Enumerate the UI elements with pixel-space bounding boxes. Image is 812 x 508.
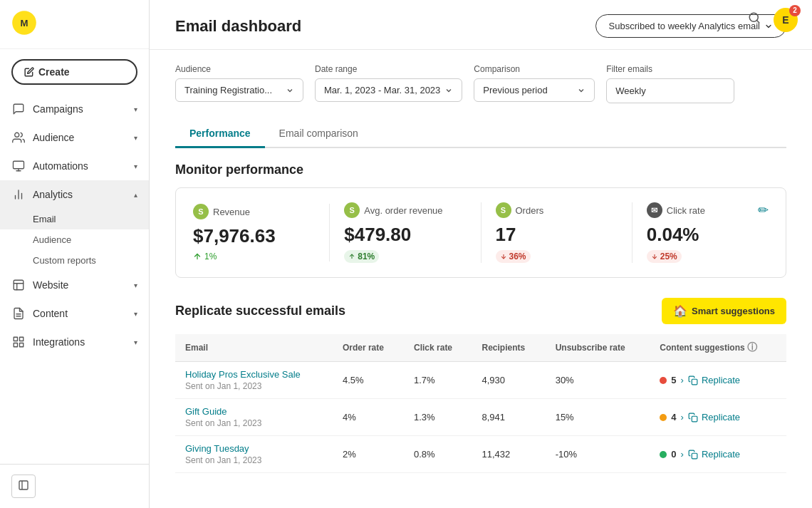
metric-orders: S Orders 17 36% [482,202,633,263]
comparison-select[interactable]: Previous period [474,78,595,102]
integrations-chevron: ▾ [134,338,137,346]
email-link-1[interactable]: Gift Guide [185,406,323,417]
recipients-1: 8,941 [472,399,545,436]
suggestions-info-icon[interactable]: ⓘ [747,341,757,353]
shopify-icon-avg: S [344,202,360,218]
suggestions-cell-0: 5 › Replicate [660,375,776,385]
replicate-btn-1[interactable]: Replicate [688,412,740,423]
metrics-card: S Revenue $7,976.63 1% S Avg. order reve… [175,187,786,278]
sidebar-item-campaigns[interactable]: Campaigns ▾ [0,95,149,123]
avg-order-value: $479.80 [344,224,466,246]
suggestion-count-1: 4 [671,412,676,423]
sidebar-item-audience[interactable]: Audience ▾ [0,123,149,152]
email-link-0[interactable]: Holiday Pros Exclusive Sale [185,369,323,380]
nav-section: Campaigns ▾ Audience ▾ Automations ▾ [0,95,149,464]
sidebar-item-content[interactable]: Content ▾ [0,299,149,328]
click-rate-1: 1.3% [404,399,472,436]
svg-text:M: M [21,18,28,28]
replicate-icon-0 [688,375,698,385]
replicate-btn-2[interactable]: Replicate [688,449,740,460]
smart-icon: 🏠 [673,304,687,318]
suggestions-cell-1: 4 › Replicate [660,412,776,423]
edit-metrics-button[interactable]: ✏ [758,202,769,218]
sidebar-item-analytics[interactable]: Analytics ▴ [0,180,149,209]
monitor-section-title: Monitor performance [175,162,786,177]
svg-rect-11 [14,280,24,290]
date-label: Date range [315,64,462,74]
metric-click-rate: ✉ Click rate 0.04% 25% ✏ [633,202,769,263]
tab-performance[interactable]: Performance [175,120,265,148]
svg-rect-5 [14,161,24,169]
svg-rect-24 [692,379,697,385]
email-link-2[interactable]: Giving Tuesday [185,443,323,454]
suggestion-dot-0 [660,377,667,384]
table-row: Gift Guide Sent on Jan 1, 2023 4% 1.3% 8… [175,399,786,436]
comparison-label: Comparison [474,64,595,74]
tabs-bar: Performance Email comparison [175,120,786,148]
audience-icon [11,130,26,145]
campaigns-chevron: ▾ [134,105,137,113]
tab-email-comparison[interactable]: Email comparison [265,120,373,148]
replicate-icon-2 [688,450,698,460]
svg-rect-26 [692,453,697,459]
sidebar-item-audience-sub[interactable]: Audience [0,229,149,250]
recipients-0: 4,930 [472,362,545,399]
audience-select[interactable]: Training Registratio... [175,78,303,102]
order-rate-1: 4% [333,399,404,436]
revenue-change: 1% [193,252,315,261]
up-arrow-icon-2 [348,253,355,260]
notification-badge: 2 [789,5,801,16]
sidebar-item-integrations[interactable]: Integrations ▾ [0,328,149,356]
avg-order-change: 81% [344,250,466,263]
col-order-rate: Order rate [333,334,404,362]
shopify-icon-orders: S [496,202,511,218]
sidebar-item-custom-reports[interactable]: Custom reports [0,250,149,271]
col-email: Email [175,334,333,362]
order-rate-0: 4.5% [333,362,404,399]
suggestion-arrow-1[interactable]: › [681,412,684,423]
col-suggestions: Content suggestions ⓘ [650,334,786,362]
suggestion-arrow-0[interactable]: › [681,375,684,385]
smart-suggestions-button[interactable]: 🏠 Smart suggestions [662,298,786,324]
main-content: Email dashboard Subscribed to weekly Ana… [150,0,812,508]
automations-icon [11,159,26,173]
main-body: Audience Training Registratio... Date ra… [150,50,812,487]
date-select[interactable]: Mar. 1, 2023 - Mar. 31, 2023 [315,78,462,102]
shopify-icon-revenue: S [193,204,209,219]
order-rate-2: 2% [333,436,404,473]
mailchimp-logo: M [11,10,37,36]
website-icon [11,278,26,292]
up-arrow-icon [193,252,202,261]
sidebar-item-website[interactable]: Website ▾ [0,271,149,299]
website-chevron: ▾ [134,281,137,289]
sidebar-item-automations[interactable]: Automations ▾ [0,152,149,180]
svg-rect-18 [19,481,28,489]
table-row: Holiday Pros Exclusive Sale Sent on Jan … [175,362,786,399]
create-button[interactable]: Create [11,59,137,85]
metric-revenue: S Revenue $7,976.63 1% [193,204,330,261]
down-arrow-icon-2 [651,253,658,260]
content-chevron: ▾ [134,310,137,318]
avatar[interactable]: E 2 [774,8,798,32]
suggestion-count-0: 5 [671,375,676,385]
orders-change: 36% [496,250,618,263]
search-button[interactable] [744,7,765,32]
replicate-btn-0[interactable]: Replicate [688,375,740,385]
sidebar-item-email[interactable]: Email [0,209,149,229]
sidebar-toggle-button[interactable] [11,475,36,498]
analytics-chevron: ▴ [134,191,137,199]
click-rate-change: 25% [647,250,769,263]
click-rate-value: 0.04% [647,224,769,246]
comparison-chevron-icon [577,86,585,95]
suggestion-count-2: 0 [671,449,676,460]
date-filter-group: Date range Mar. 1, 2023 - Mar. 31, 2023 [315,64,462,103]
email-date-1: Sent on Jan 1, 2023 [185,418,323,428]
replicate-header: Replicate successful emails 🏠 Smart sugg… [175,298,786,324]
email-date-2: Sent on Jan 1, 2023 [185,455,323,465]
filter-emails-input[interactable]: Weekly [606,78,734,103]
date-chevron-icon [444,86,453,95]
svg-line-1 [756,20,759,22]
campaigns-icon [11,102,26,116]
suggestion-arrow-2[interactable]: › [681,449,684,460]
svg-rect-15 [20,337,24,341]
